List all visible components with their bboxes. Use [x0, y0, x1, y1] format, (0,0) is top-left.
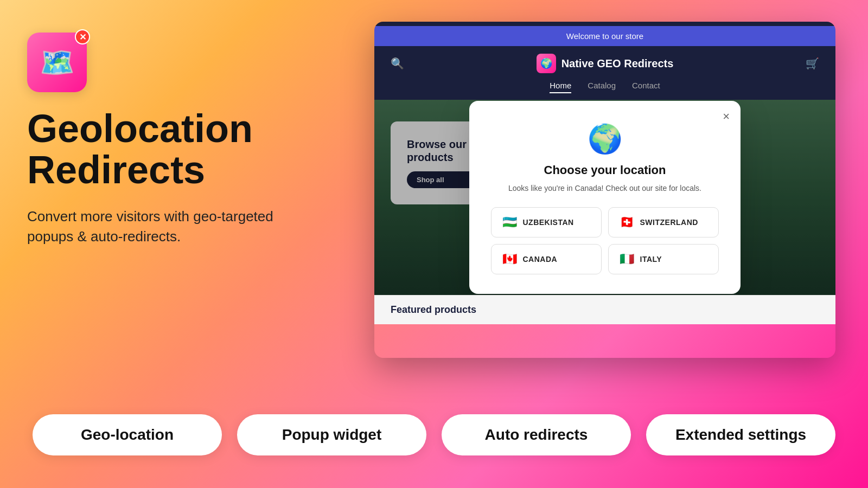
pill-geo-location[interactable]: Geo-location: [33, 414, 222, 455]
store-footer: Featured products: [374, 295, 835, 324]
switzerland-flag: 🇨🇭: [620, 215, 635, 229]
app-icon-emoji: 🗺️: [40, 46, 75, 79]
country-italy[interactable]: 🇮🇹 ITALY: [608, 244, 719, 274]
main-title: Geolocation Redirects: [27, 108, 277, 190]
pill-auto-redirects[interactable]: Auto redirects: [442, 414, 631, 455]
globe-icon: 🌍: [491, 123, 719, 156]
store-banner: Welcome to our store: [374, 26, 835, 46]
italy-label: ITALY: [640, 255, 662, 264]
browser-mockup: Welcome to our store 🔍 🌍 Native GEO Redi…: [374, 22, 835, 358]
modal-title: Choose your location: [491, 163, 719, 177]
pill-extended-settings[interactable]: Extended settings: [646, 414, 835, 455]
pills-row: Geo-location Popup widget Auto redirects…: [0, 414, 868, 455]
pill-popup-widget[interactable]: Popup widget: [237, 414, 426, 455]
store-name: Native GEO Redirects: [561, 57, 674, 70]
modal-overlay: × 🌍 Choose your location Looks like you'…: [374, 100, 835, 295]
store-hero: Browse our products Shop all × 🌍 Choose …: [374, 100, 835, 295]
app-icon: 🗺️ ✕: [27, 33, 87, 92]
nav-contact[interactable]: Contact: [632, 81, 660, 93]
country-uzbekistan[interactable]: 🇺🇿 UZBEKISTAN: [491, 207, 602, 237]
search-icon[interactable]: 🔍: [391, 57, 404, 70]
logo-icon: 🌍: [537, 54, 556, 73]
country-switzerland[interactable]: 🇨🇭 SWITZERLAND: [608, 207, 719, 237]
store-logo: 🌍 Native GEO Redirects: [537, 54, 674, 73]
cart-icon[interactable]: 🛒: [806, 57, 819, 70]
store-nav: Home Catalog Contact: [374, 81, 835, 100]
location-modal: × 🌍 Choose your location Looks like you'…: [469, 101, 741, 294]
store-header: 🔍 🌍 Native GEO Redirects 🛒: [374, 46, 835, 81]
browser-bar: [374, 22, 835, 26]
canada-label: CANADA: [523, 255, 558, 264]
app-icon-badge: ✕: [75, 29, 90, 44]
nav-catalog[interactable]: Catalog: [588, 81, 616, 93]
badge-x: ✕: [79, 32, 86, 42]
modal-description: Looks like you're in Canada! Check out o…: [491, 183, 719, 194]
switzerland-label: SWITZERLAND: [640, 218, 698, 227]
country-grid: 🇺🇿 UZBEKISTAN 🇨🇭 SWITZERLAND 🇨🇦 CANADA 🇮…: [491, 207, 719, 274]
uzbekistan-label: UZBEKISTAN: [523, 218, 574, 227]
nav-home[interactable]: Home: [550, 81, 571, 93]
country-canada[interactable]: 🇨🇦 CANADA: [491, 244, 602, 274]
canada-flag: 🇨🇦: [502, 252, 518, 266]
italy-flag: 🇮🇹: [620, 252, 635, 266]
subtitle: Convert more visitors with geo-targeted …: [27, 207, 277, 246]
uzbekistan-flag: 🇺🇿: [502, 215, 518, 229]
featured-products-label: Featured products: [391, 304, 476, 315]
modal-close-button[interactable]: ×: [723, 110, 730, 124]
